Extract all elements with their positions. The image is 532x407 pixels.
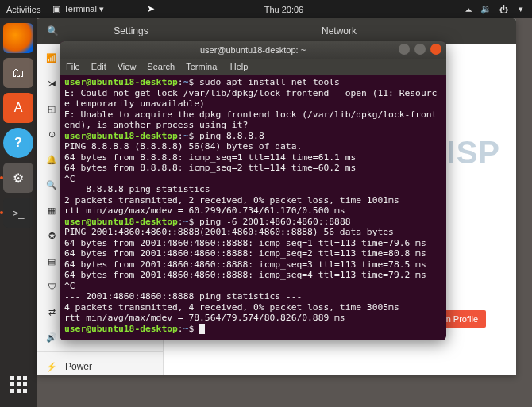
sidebar-item-power[interactable]: ⚡Power [37,354,163,375]
terminal-line: user@ubuntu18-desktop:~$ [64,324,441,335]
sidebar-item-icon: ⚡ [46,361,57,372]
terminal-cursor [199,324,205,334]
sidebar-item-icon: ✪ [46,230,57,241]
settings-search-button[interactable]: 🔍 [37,25,68,36]
window-minimize-button[interactable] [399,44,410,55]
terminal-line: 64 bytes from 8.8.8.8: icmp_seq=2 ttl=11… [64,163,441,174]
top-bar: Activities ▣ Terminal ▾ Thu 20:06 ⏶ 🔉 ⏻ … [0,0,532,18]
terminal-line: E: Unable to acquire the dpkg frontend l… [64,109,441,131]
terminal-icon: ▣ [52,5,61,14]
apps-grid-icon [10,376,27,393]
network-icon: ⏶ [464,5,473,14]
help-icon: ? [14,136,22,150]
sidebar-item-icon: 🔊 [46,332,57,343]
terminal-line: ^C [64,281,441,292]
dock: 🗂 A ? ⚙ >_ [0,18,37,407]
dock-firefox[interactable] [3,23,33,53]
search-icon: 🔍 [47,25,59,36]
terminal-line: 64 bytes from 2001:4860:4860::8888: icmp… [64,259,441,271]
terminal-line: 4 packets transmitted, 4 received, 0% pa… [64,302,441,313]
sidebar-item-icon: 📶 [46,52,57,63]
settings-title: Settings [68,25,194,36]
menu-view[interactable]: View [118,62,137,71]
sidebar-item-label: Power [65,361,92,372]
terminal-menubar: FileEditViewSearchTerminalHelp [60,59,446,75]
system-status-area[interactable]: ⏶ 🔉 ⏻ ▾ [464,5,526,14]
sidebar-item-icon: ◱ [46,103,57,114]
terminal-titlebar[interactable]: user@ubuntu18-desktop: ~ [60,41,446,59]
terminal-line: PING 2001:4860:4860::8888(2001:4860:4860… [64,227,441,238]
sidebar-item-icon: 🔍 [46,179,57,190]
terminal-line: 64 bytes from 2001:4860:4860::8888: icmp… [64,238,441,249]
app-menu-label: Terminal ▾ [64,4,104,13]
clock[interactable]: Thu 20:06 [104,5,464,14]
terminal-line: 64 bytes from 8.8.8.8: icmp_seq=1 ttl=11… [64,152,441,163]
sidebar-item-icon: ▦ [46,205,57,216]
dock-files[interactable]: 🗂 [3,58,33,88]
dock-software[interactable]: A [3,93,33,123]
dock-terminal[interactable]: >_ [3,198,33,228]
terminal-line: user@ubuntu18-desktop:~$ sudo apt instal… [64,77,441,88]
activities-button[interactable]: Activities [6,5,40,14]
sidebar-item-icon: 🛡 [46,281,57,292]
terminal-line: rtt min/avg/max/mdev = 60.299/60.734/61.… [64,205,441,217]
window-close-button[interactable] [430,44,441,55]
menu-search[interactable]: Search [147,62,175,71]
menu-help[interactable]: Help [230,62,249,71]
terminal-line: 2 packets transmitted, 2 received, 0% pa… [64,195,441,206]
terminal-window: user@ubuntu18-desktop: ~ FileEditViewSea… [60,41,446,340]
terminal-line: user@ubuntu18-desktop:~$ ping 8.8.8.8 [64,131,441,142]
terminal-line: PING 8.8.8.8 (8.8.8.8) 56(84) bytes of d… [64,141,441,152]
terminal-line: 64 bytes from 2001:4860:4860::8888: icmp… [64,270,441,281]
sidebar-item-icon: ⇄ [46,306,57,317]
show-applications-button[interactable] [3,369,33,399]
terminal-icon: >_ [13,207,25,219]
power-icon: ⏻ [499,5,508,14]
terminal-line: ^C [64,174,441,185]
dock-help[interactable]: ? [3,128,33,158]
terminal-line: user@ubuntu18-desktop:~$ ping -6 2001:48… [64,217,441,228]
chevron-down-icon: ▾ [516,5,526,14]
dock-settings[interactable]: ⚙ [3,163,33,193]
settings-panel-title: Network [194,25,484,36]
terminal-line: --- 8.8.8.8 ping statistics --- [64,184,441,195]
sidebar-separator [37,351,163,352]
terminal-line: rtt min/avg/max/mdev = 78.564/79.574/80.… [64,313,441,324]
shopping-bag-icon: A [14,101,23,115]
terminal-line: E: Could not get lock /var/lib/dpkg/lock… [64,88,441,109]
folder-icon: 🗂 [12,66,25,80]
sidebar-item-icon: ▤ [46,255,57,267]
sidebar-item-icon: ⧕ [46,78,57,89]
volume-icon: 🔉 [481,5,491,14]
terminal-title: user@ubuntu18-desktop: ~ [200,45,306,55]
menu-edit[interactable]: Edit [91,62,106,71]
terminal-line: --- 2001:4860:4860::8888 ping statistics… [64,291,441,302]
settings-headerbar: 🔍 Settings Network [37,18,516,44]
sidebar-item-icon: 🔔 [46,154,57,165]
menu-file[interactable]: File [66,62,80,71]
terminal-body[interactable]: user@ubuntu18-desktop:~$ sudo apt instal… [60,75,446,340]
sidebar-item-icon: ⊙ [46,129,57,140]
window-maximize-button[interactable] [414,44,426,55]
app-menu[interactable]: ▣ Terminal ▾ [52,4,103,14]
menu-terminal[interactable]: Terminal [186,62,219,71]
terminal-line: 64 bytes from 2001:4860:4860::8888: icmp… [64,248,441,259]
gear-icon: ⚙ [13,171,24,186]
